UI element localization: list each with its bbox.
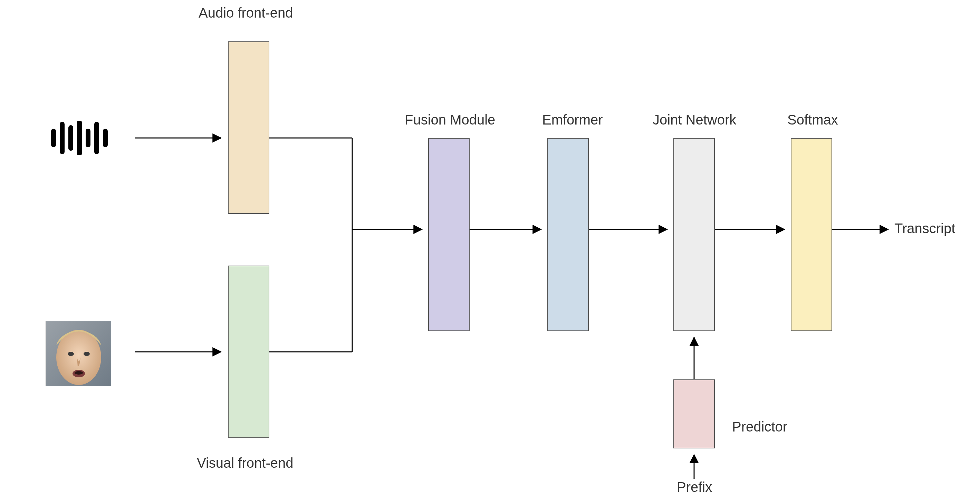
flow-arrows <box>0 0 980 496</box>
diagram-canvas: Audio front-end Visual front-end Fusion … <box>0 0 980 496</box>
